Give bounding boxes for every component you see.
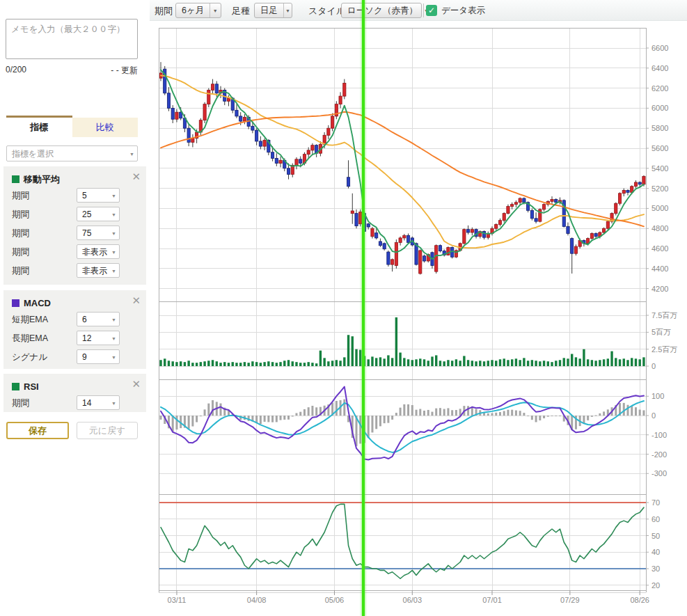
ma-row-2: 期間 25 ▼ bbox=[3, 206, 146, 225]
chevron-down-icon: ▼ bbox=[111, 354, 116, 359]
svg-text:30: 30 bbox=[652, 564, 660, 573]
color-swatch-icon bbox=[12, 299, 19, 307]
chevron-down-icon: ▼ bbox=[111, 193, 116, 198]
bartype-dropdown[interactable]: 日足 ▼ bbox=[254, 3, 292, 18]
chart-canvas[interactable]: 6600640062006000580056005400520050004800… bbox=[150, 21, 687, 616]
macd-long-ema-select[interactable]: 12 ▼ bbox=[77, 331, 120, 345]
svg-text:100: 100 bbox=[652, 392, 664, 400]
chevron-down-icon: ▼ bbox=[111, 317, 116, 322]
panel-title: MACD bbox=[24, 298, 51, 308]
ma-row-4: 期間 非表示 ▼ bbox=[3, 244, 146, 262]
indicator-select[interactable]: 指標を選択 ▼ bbox=[6, 145, 138, 161]
chevron-down-icon: ▼ bbox=[283, 3, 292, 17]
svg-text:6400: 6400 bbox=[652, 64, 668, 72]
data-display-checkbox[interactable]: ✓ bbox=[426, 5, 437, 16]
indicator-sidebar: 0/200 - - 更新 指標 比較 指標を選択 ▼ 移動平均 ✕ 期間 5 ▼… bbox=[0, 0, 150, 616]
macd-row-long: 長期EMA 12 ▼ bbox=[3, 330, 146, 349]
chevron-down-icon: ▼ bbox=[111, 249, 116, 254]
close-icon[interactable]: ✕ bbox=[132, 378, 141, 390]
chevron-down-icon: ▼ bbox=[129, 151, 134, 156]
chevron-down-icon: ▼ bbox=[111, 212, 116, 216]
svg-text:03/11: 03/11 bbox=[168, 596, 187, 604]
bartype-label: 足種 bbox=[232, 5, 250, 17]
moving-average-panel: 移動平均 ✕ 期間 5 ▼ 期間 25 ▼ 期間 75 ▼ 期間 非表示 ▼ bbox=[3, 166, 146, 285]
reset-button[interactable]: 元に戻す bbox=[77, 422, 138, 439]
svg-text:4800: 4800 bbox=[652, 224, 668, 232]
data-display-label: データ表示 bbox=[441, 5, 485, 17]
macd-signal-select[interactable]: 9 ▼ bbox=[77, 349, 120, 364]
macd-row-signal: シグナル 9 ▼ bbox=[3, 349, 146, 368]
ma-row-3: 期間 75 ▼ bbox=[3, 225, 146, 244]
panel-title: 移動平均 bbox=[24, 174, 60, 184]
period-label: 期間 bbox=[155, 5, 173, 17]
macd-panel: MACD ✕ 短期EMA 6 ▼ 長期EMA 12 ▼ シグナル 9 ▼ bbox=[3, 290, 146, 369]
svg-text:5800: 5800 bbox=[652, 124, 668, 132]
svg-text:20: 20 bbox=[652, 581, 660, 590]
svg-text:2.5百万: 2.5百万 bbox=[652, 345, 677, 354]
check-icon: ✓ bbox=[428, 6, 435, 15]
rsi-period-select[interactable]: 14 ▼ bbox=[77, 395, 120, 410]
svg-text:4600: 4600 bbox=[652, 244, 668, 253]
svg-text:6600: 6600 bbox=[652, 44, 668, 52]
chevron-down-icon: ▼ bbox=[111, 400, 116, 405]
panel-title: RSI bbox=[24, 381, 39, 392]
svg-text:07/01: 07/01 bbox=[482, 596, 502, 604]
svg-text:-100: -100 bbox=[652, 431, 667, 439]
style-dropdown[interactable]: ローソク（赤青） ▼ bbox=[341, 3, 422, 18]
ma-period-2-select[interactable]: 25 ▼ bbox=[77, 207, 120, 221]
chart-toolbar: 期間 6ヶ月 ▼ 足種 日足 ▼ スタイル ローソク（赤青） ▼ ✓ データ表示 bbox=[150, 0, 687, 21]
ma-period-4-select[interactable]: 非表示 ▼ bbox=[77, 244, 120, 259]
color-swatch-icon bbox=[12, 383, 19, 390]
ma-period-5-select[interactable]: 非表示 ▼ bbox=[77, 263, 120, 278]
svg-text:7.5百万: 7.5百万 bbox=[652, 311, 677, 319]
candlestick-chart: 6600640062006000580056005400520050004800… bbox=[150, 21, 687, 616]
svg-text:5600: 5600 bbox=[652, 144, 668, 152]
style-label: スタイル bbox=[308, 5, 345, 17]
chevron-down-icon: ▼ bbox=[111, 268, 116, 273]
svg-text:40: 40 bbox=[652, 548, 660, 556]
close-icon[interactable]: ✕ bbox=[132, 294, 141, 307]
svg-text:4200: 4200 bbox=[652, 285, 668, 293]
svg-text:5400: 5400 bbox=[652, 164, 668, 173]
macd-row-short: 短期EMA 6 ▼ bbox=[3, 311, 146, 330]
svg-text:60: 60 bbox=[652, 515, 660, 523]
save-button[interactable]: 保存 bbox=[6, 422, 69, 439]
svg-text:6200: 6200 bbox=[652, 84, 668, 93]
svg-text:6000: 6000 bbox=[652, 104, 668, 112]
svg-text:-300: -300 bbox=[652, 469, 667, 477]
period-dropdown[interactable]: 6ヶ月 ▼ bbox=[175, 3, 221, 18]
sidebar-tabs: 指標 比較 bbox=[6, 116, 138, 137]
svg-text:04/08: 04/08 bbox=[247, 596, 267, 604]
tab-indicators[interactable]: 指標 bbox=[6, 116, 72, 137]
rsi-panel: RSI ✕ 期間 14 ▼ bbox=[3, 374, 146, 412]
svg-text:0: 0 bbox=[652, 411, 656, 420]
ma-row-1: 期間 5 ▼ bbox=[3, 187, 146, 206]
svg-text:0: 0 bbox=[652, 362, 656, 370]
close-icon[interactable]: ✕ bbox=[132, 171, 141, 183]
svg-text:05/06: 05/06 bbox=[325, 596, 345, 604]
tab-compare[interactable]: 比較 bbox=[72, 118, 139, 137]
chevron-down-icon: ▼ bbox=[210, 3, 220, 17]
svg-text:5200: 5200 bbox=[652, 184, 668, 193]
ma-period-1-select[interactable]: 5 ▼ bbox=[77, 188, 120, 203]
rsi-row-period: 期間 14 ▼ bbox=[3, 395, 146, 413]
ma-row-5: 期間 非表示 ▼ bbox=[3, 262, 146, 281]
macd-short-ema-select[interactable]: 6 ▼ bbox=[77, 312, 120, 326]
svg-text:50: 50 bbox=[652, 532, 660, 540]
memo-counter: 0/200 bbox=[6, 65, 26, 77]
svg-text:-200: -200 bbox=[652, 450, 667, 459]
svg-text:08/26: 08/26 bbox=[630, 596, 649, 604]
chevron-down-icon: ▼ bbox=[111, 230, 116, 235]
svg-text:4400: 4400 bbox=[652, 264, 668, 273]
memo-update-link[interactable]: - - 更新 bbox=[111, 65, 138, 77]
color-swatch-icon bbox=[12, 175, 19, 183]
ma-period-3-select[interactable]: 75 ▼ bbox=[77, 226, 120, 240]
memo-input[interactable] bbox=[6, 19, 138, 59]
svg-text:06/03: 06/03 bbox=[403, 596, 423, 604]
svg-text:5百万: 5百万 bbox=[652, 328, 671, 336]
chevron-down-icon: ▼ bbox=[111, 335, 116, 340]
svg-text:70: 70 bbox=[652, 498, 660, 507]
svg-text:5000: 5000 bbox=[652, 204, 668, 212]
svg-text:07/29: 07/29 bbox=[560, 596, 580, 604]
